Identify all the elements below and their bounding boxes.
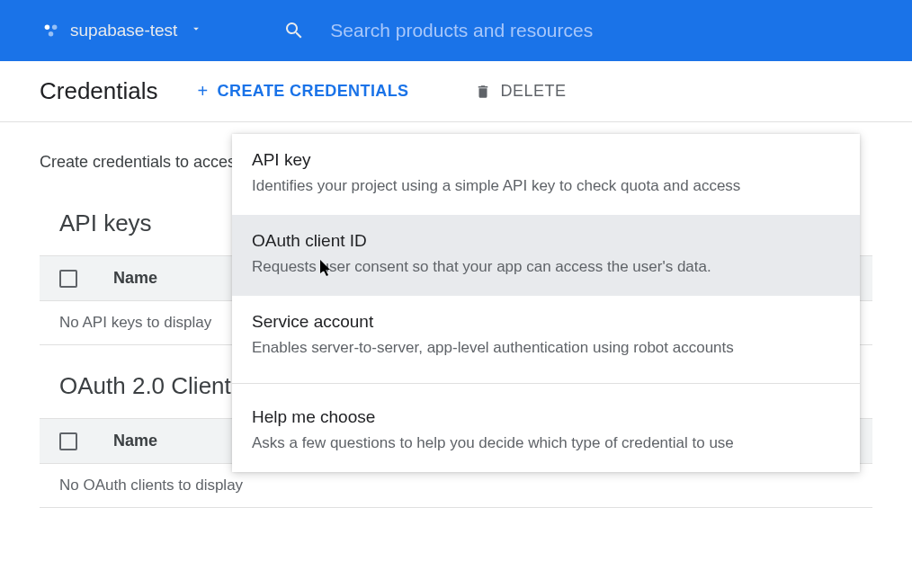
create-credentials-label: CREATE CREDENTIALS [218,82,409,101]
menu-item-desc: Identifies your project using a simple A… [252,175,840,197]
search-icon[interactable] [283,20,305,41]
column-name[interactable]: Name [113,432,157,450]
menu-item-desc: Requests user consent so that your app c… [252,256,840,278]
project-picker[interactable]: supabase-test [14,21,220,40]
column-name[interactable]: Name [113,269,157,288]
project-name: supabase-test [70,21,177,40]
select-all-checkbox[interactable] [59,432,77,450]
menu-item-title: Service account [252,312,840,332]
project-hex-icon [41,21,61,40]
menu-divider [232,383,860,384]
svg-point-2 [49,31,54,36]
menu-item-title: API key [252,150,840,170]
select-all-checkbox[interactable] [59,270,77,288]
svg-point-1 [52,25,57,30]
menu-item-api-key[interactable]: API key Identifies your project using a … [232,134,860,215]
create-credentials-menu: API key Identifies your project using a … [232,134,860,472]
delete-button[interactable]: DELETE [475,82,566,101]
page-title: Credentials [40,77,158,105]
menu-item-title: Help me choose [252,407,840,427]
menu-item-service-account[interactable]: Service account Enables server-to-server… [232,296,860,377]
menu-item-help-me-choose[interactable]: Help me choose Asks a few questions to h… [232,391,860,472]
trash-icon [475,84,491,100]
menu-item-desc: Enables server-to-server, app-level auth… [252,337,840,359]
plus-icon: + [198,81,209,102]
create-credentials-button[interactable]: + CREATE CREDENTIALS [198,81,409,102]
svg-point-0 [45,25,50,30]
search-input[interactable] [330,20,898,41]
menu-item-oauth-client-id[interactable]: OAuth client ID Requests user consent so… [232,215,860,296]
caret-down-icon [190,22,202,39]
delete-label: DELETE [500,82,566,101]
menu-item-desc: Asks a few questions to help you decide … [252,432,840,454]
menu-item-title: OAuth client ID [252,231,840,251]
